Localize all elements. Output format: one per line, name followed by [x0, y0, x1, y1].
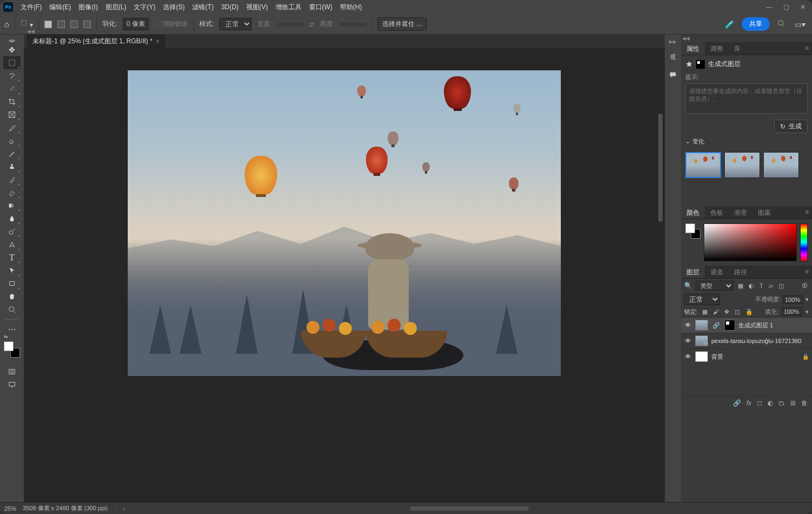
- adjustments-icon[interactable]: [669, 53, 677, 62]
- filter-smart-icon[interactable]: ◫: [777, 282, 785, 289]
- link-layers-icon[interactable]: 🔗: [733, 399, 741, 407]
- tab-channels[interactable]: 通道: [705, 266, 729, 278]
- move-tool[interactable]: ✥: [3, 43, 21, 56]
- selection-new-icon[interactable]: [44, 21, 52, 28]
- menu-plugins[interactable]: 增效工具: [276, 3, 302, 12]
- canvas-collapse-icon[interactable]: ◀◀: [24, 29, 38, 34]
- window-minimize[interactable]: —: [763, 2, 776, 12]
- lock-all-icon[interactable]: 🔒: [744, 308, 754, 315]
- document-tab-close[interactable]: ×: [156, 38, 160, 45]
- fill-input[interactable]: 100%: [782, 307, 802, 316]
- menu-type[interactable]: 文字(Y): [134, 3, 155, 12]
- menu-image[interactable]: 图像(I): [78, 3, 97, 12]
- layer-thumb[interactable]: [695, 351, 708, 362]
- visibility-icon[interactable]: 👁: [684, 353, 692, 360]
- variation-thumb-2[interactable]: [724, 152, 760, 178]
- window-close[interactable]: ✕: [797, 2, 809, 12]
- color-swatches[interactable]: ⇆: [4, 341, 20, 358]
- filter-shape-icon[interactable]: ▱: [768, 282, 774, 289]
- blur-tool[interactable]: [3, 212, 21, 225]
- document-dims[interactable]: 3508 像素 x 2480 像素 (300 ppi): [23, 504, 108, 512]
- horizontal-scrollbar[interactable]: [410, 506, 529, 511]
- fx-icon[interactable]: fx: [746, 399, 751, 407]
- crop-tool[interactable]: [3, 95, 21, 108]
- menu-filter[interactable]: 滤镜(T): [192, 3, 213, 12]
- color-field[interactable]: [704, 223, 797, 261]
- select-and-mask-button[interactable]: 选择并遮住 ...: [377, 17, 427, 31]
- menu-window[interactable]: 窗口(W): [309, 3, 332, 12]
- status-nav-left-icon[interactable]: ‹: [123, 505, 125, 512]
- panel-menu-icon[interactable]: ≡: [802, 42, 812, 55]
- layer-filter-select[interactable]: 类型: [696, 281, 734, 291]
- tab-paths[interactable]: 路径: [729, 266, 752, 278]
- menu-file[interactable]: 文件(F): [21, 3, 42, 12]
- variation-thumb-1[interactable]: [685, 152, 721, 178]
- generate-button[interactable]: ↻ 生成: [774, 120, 808, 133]
- zoom-tool[interactable]: [3, 303, 21, 316]
- hand-tool[interactable]: [3, 290, 21, 303]
- menu-help[interactable]: 帮助(H): [340, 3, 362, 12]
- lock-transparency-icon[interactable]: ▦: [701, 308, 709, 315]
- visibility-icon[interactable]: 👁: [684, 321, 692, 329]
- tool-preset-picker[interactable]: ▾: [21, 19, 33, 29]
- group-icon[interactable]: 🗀: [778, 399, 785, 407]
- home-button[interactable]: ⌂: [4, 19, 9, 29]
- tab-layers[interactable]: 图层: [681, 266, 705, 278]
- dodge-tool[interactable]: [3, 225, 21, 238]
- layer-thumb[interactable]: [695, 320, 708, 331]
- layer-name[interactable]: pexels-tansu-topuzoğlu-16721380: [711, 338, 809, 344]
- layer-thumb[interactable]: [695, 335, 708, 346]
- vertical-scrollbar[interactable]: [658, 114, 663, 222]
- foreground-swatch[interactable]: [4, 341, 14, 351]
- rectangle-tool[interactable]: [3, 277, 21, 290]
- menu-edit[interactable]: 编辑(E): [49, 3, 71, 12]
- opacity-input[interactable]: 100%: [783, 295, 803, 304]
- style-select[interactable]: 正常: [219, 18, 252, 30]
- lock-pixels-icon[interactable]: 🖌: [712, 308, 720, 315]
- quickmask-icon[interactable]: [3, 365, 21, 378]
- hue-slider[interactable]: [800, 223, 808, 261]
- screenmode-icon[interactable]: [3, 378, 21, 391]
- tab-adjustments[interactable]: 调整: [705, 42, 729, 55]
- tab-properties[interactable]: 属性: [681, 42, 705, 55]
- mask-icon[interactable]: ◻: [757, 399, 762, 407]
- filter-adj-icon[interactable]: ◐: [748, 282, 755, 289]
- new-layer-icon[interactable]: ⊞: [790, 399, 796, 407]
- panel-menu-icon[interactable]: ≡: [802, 206, 812, 219]
- search-icon[interactable]: [775, 19, 787, 29]
- variation-thumb-3[interactable]: [763, 152, 799, 178]
- visibility-icon[interactable]: 👁: [684, 337, 692, 345]
- tools-collapse-icon[interactable]: ◀▶: [5, 38, 19, 43]
- gradient-tool[interactable]: [3, 199, 21, 212]
- document-tab[interactable]: 未标题-1 @ 25% (生成式图层 1, RGB/8) * ×: [27, 35, 165, 48]
- beaker-icon[interactable]: 🧪: [723, 20, 736, 29]
- tab-libraries[interactable]: 库: [729, 42, 746, 55]
- menu-layer[interactable]: 图层(L): [106, 3, 127, 12]
- adjustment-layer-icon[interactable]: ◐: [768, 399, 773, 407]
- menu-3d[interactable]: 3D(D): [221, 3, 239, 11]
- comments-icon[interactable]: [669, 71, 677, 80]
- tab-gradients[interactable]: 渐变: [729, 206, 752, 219]
- path-selection-tool[interactable]: [3, 264, 21, 277]
- tab-color[interactable]: 颜色: [681, 206, 705, 219]
- lock-artboard-icon[interactable]: ◫: [734, 308, 741, 315]
- feather-input[interactable]: 0 像素: [123, 18, 149, 30]
- eraser-tool[interactable]: [3, 186, 21, 199]
- canvas[interactable]: [128, 70, 561, 376]
- variations-header[interactable]: ⌄变化: [685, 137, 808, 146]
- layer-mask-thumb[interactable]: [724, 320, 735, 331]
- delete-layer-icon[interactable]: 🗑: [801, 399, 808, 407]
- layer-row[interactable]: 👁 pexels-tansu-topuzoğlu-16721380: [681, 333, 812, 348]
- menu-view[interactable]: 视图(V): [246, 3, 268, 12]
- frame-tool[interactable]: [3, 108, 21, 121]
- filter-pixel-icon[interactable]: ▦: [737, 282, 744, 289]
- color-swatch-pair[interactable]: [685, 223, 700, 239]
- share-button[interactable]: 共享: [742, 17, 770, 31]
- panel-menu-icon[interactable]: ≡: [802, 266, 812, 278]
- prompt-textarea[interactable]: [685, 83, 808, 114]
- layer-row[interactable]: 👁 背景 🔒: [681, 348, 812, 364]
- selection-intersect-icon[interactable]: [83, 21, 91, 28]
- strip-collapse-icon[interactable]: ▶▶: [666, 39, 680, 44]
- zoom-level[interactable]: 25%: [4, 505, 16, 512]
- tab-swatches[interactable]: 色板: [705, 206, 729, 219]
